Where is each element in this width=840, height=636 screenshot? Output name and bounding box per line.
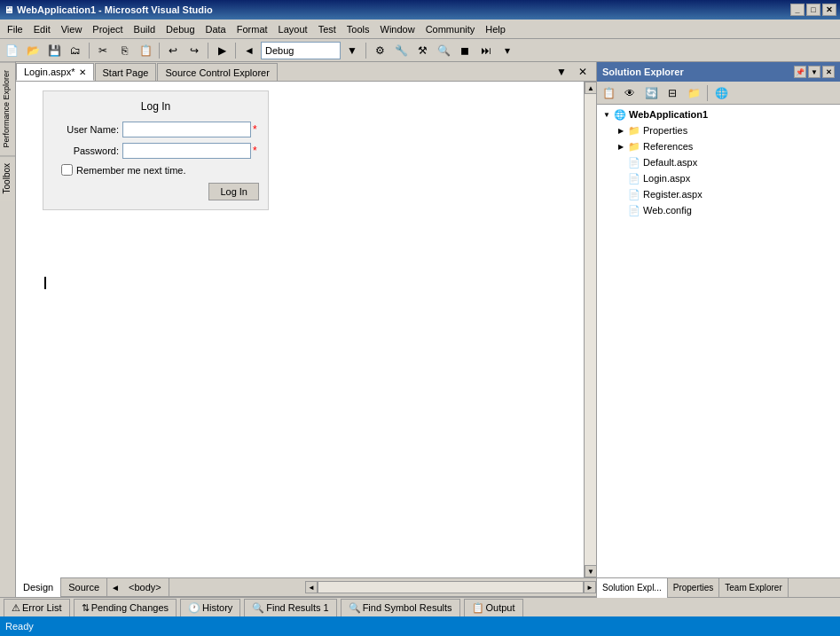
menu-project[interactable]: Project bbox=[87, 22, 128, 36]
output-tab-find-symbol-results[interactable]: 🔍 Find Symbol Results bbox=[341, 599, 460, 616]
se-refresh-button[interactable]: 🔄 bbox=[641, 84, 661, 102]
toolbar-btn-6[interactable]: ⏭ bbox=[476, 42, 496, 59]
se-show-all-button[interactable]: 👁 bbox=[620, 84, 640, 102]
login-form: Log In User Name: * Password: * bbox=[43, 90, 269, 210]
username-input[interactable] bbox=[122, 122, 251, 137]
redo-button[interactable]: ↪ bbox=[184, 42, 204, 59]
target-selector-left[interactable]: ◄ bbox=[239, 42, 259, 59]
solution-tree[interactable]: ▼ 🌐 WebApplication1 ▶ 📁 Properties ▶ 📁 R… bbox=[597, 105, 840, 577]
login-button[interactable]: Log In bbox=[208, 183, 259, 200]
menu-file[interactable]: File bbox=[2, 22, 28, 36]
tab-dropdown-button[interactable]: ▼ bbox=[552, 63, 571, 81]
right-tab-solution-explorer[interactable]: Solution Expl... bbox=[597, 578, 668, 598]
scroll-up-button[interactable]: ▲ bbox=[585, 82, 597, 94]
password-row: Password: * bbox=[52, 143, 259, 159]
cut-button[interactable]: ✂ bbox=[93, 42, 113, 59]
output-tab-history[interactable]: 🕐 History bbox=[180, 599, 240, 616]
remember-me-row: Remember me next time. bbox=[61, 164, 259, 176]
tree-expand-properties[interactable]: ▶ bbox=[615, 124, 627, 137]
toolbar-btn-4[interactable]: 🔍 bbox=[434, 42, 453, 59]
maximize-button[interactable]: □ bbox=[806, 4, 820, 16]
tab-login-aspx[interactable]: Login.aspx* ✕ bbox=[16, 63, 94, 81]
sidebar-performance-explorer[interactable]: Performance Explorer bbox=[0, 62, 15, 155]
design-tab[interactable]: Design bbox=[16, 577, 61, 597]
tab-start-page[interactable]: Start Page bbox=[95, 63, 157, 81]
menu-build[interactable]: Build bbox=[129, 22, 161, 36]
login-form-container: Log In User Name: * Password: * bbox=[43, 90, 269, 210]
menu-layout[interactable]: Layout bbox=[273, 22, 313, 36]
scroll-left-button[interactable]: ◄ bbox=[305, 581, 318, 593]
minimize-button[interactable]: _ bbox=[790, 4, 805, 16]
source-tab[interactable]: Source bbox=[61, 577, 107, 597]
password-input[interactable] bbox=[122, 143, 251, 159]
output-tab-pending-changes[interactable]: ⇅ Pending Changes bbox=[74, 599, 177, 616]
solution-explorer-pin[interactable]: 📌 bbox=[794, 66, 806, 78]
editor-scrollbar-vertical[interactable]: ▲ ▼ bbox=[584, 82, 596, 577]
scroll-left-btn[interactable]: ◄ bbox=[111, 583, 120, 593]
menu-data[interactable]: Data bbox=[200, 22, 232, 36]
se-new-folder-button[interactable]: 📁 bbox=[684, 84, 703, 102]
toolbar-btn-2[interactable]: 🔧 bbox=[391, 42, 411, 59]
close-button[interactable]: ✕ bbox=[822, 4, 836, 16]
tree-expand-root[interactable]: ▼ bbox=[601, 108, 613, 121]
play-button[interactable]: ▶ bbox=[212, 42, 232, 59]
scroll-down-button[interactable]: ▼ bbox=[585, 565, 597, 577]
toolbar-dropdown-arrow[interactable]: ▾ bbox=[498, 42, 517, 59]
body-tab[interactable]: <body> bbox=[122, 577, 169, 597]
scroll-track-vertical[interactable] bbox=[585, 94, 596, 565]
output-tab-output[interactable]: 📋 Output bbox=[464, 599, 523, 616]
se-toolbar-sep bbox=[707, 85, 708, 101]
tab-login-aspx-close[interactable]: ✕ bbox=[79, 67, 86, 77]
se-collapse-button[interactable]: ⊟ bbox=[663, 84, 682, 102]
menu-view[interactable]: View bbox=[56, 22, 88, 36]
toolbar-btn-5[interactable]: ◼ bbox=[455, 42, 475, 59]
save-button[interactable]: 💾 bbox=[44, 42, 64, 59]
menu-help[interactable]: Help bbox=[480, 22, 511, 36]
toolbar-separator-5 bbox=[365, 43, 366, 59]
remember-me-checkbox[interactable] bbox=[61, 164, 73, 176]
menu-community[interactable]: Community bbox=[420, 22, 481, 36]
tree-item-register-aspx[interactable]: ▶ 📄 Register.aspx bbox=[599, 186, 838, 202]
save-all-button[interactable]: 🗂 bbox=[66, 42, 85, 59]
right-tab-team-explorer-label: Team Explorer bbox=[725, 583, 781, 593]
se-web-button[interactable]: 🌐 bbox=[711, 84, 731, 102]
tree-label-references: References bbox=[643, 141, 693, 152]
menu-format[interactable]: Format bbox=[232, 22, 273, 36]
menu-tools[interactable]: Tools bbox=[341, 22, 375, 36]
se-properties-button[interactable]: 📋 bbox=[599, 84, 618, 102]
menu-debug[interactable]: Debug bbox=[161, 22, 200, 36]
tree-item-login-aspx[interactable]: ▶ 📄 Login.aspx bbox=[599, 170, 838, 186]
toolbar-btn-1[interactable]: ⚙ bbox=[370, 42, 389, 59]
menu-edit[interactable]: Edit bbox=[28, 22, 56, 36]
tab-login-aspx-label: Login.aspx* bbox=[24, 67, 75, 77]
solution-explorer-dropdown[interactable]: ▼ bbox=[808, 66, 820, 78]
undo-button[interactable]: ↩ bbox=[163, 42, 183, 59]
menu-window[interactable]: Window bbox=[375, 22, 420, 36]
right-tab-properties[interactable]: Properties bbox=[668, 578, 720, 598]
output-tab-error-list[interactable]: ⚠ Error List bbox=[4, 599, 70, 616]
paste-button[interactable]: 📋 bbox=[136, 42, 155, 59]
right-tab-team-explorer[interactable]: Team Explorer bbox=[719, 578, 788, 598]
menu-test[interactable]: Test bbox=[313, 22, 341, 36]
target-selector-right[interactable]: ▼ bbox=[342, 42, 362, 59]
copy-button[interactable]: ⎘ bbox=[114, 42, 134, 59]
tab-close-all-button[interactable]: ✕ bbox=[573, 63, 593, 81]
tab-source-control-explorer[interactable]: Source Control Explorer bbox=[157, 63, 277, 81]
open-file-button[interactable]: 📂 bbox=[23, 42, 43, 59]
tree-item-properties[interactable]: ▶ 📁 Properties bbox=[599, 122, 838, 138]
toolbar-btn-3[interactable]: ⚒ bbox=[412, 42, 432, 59]
tree-item-default-aspx[interactable]: ▶ 📄 Default.aspx bbox=[599, 154, 838, 170]
tree-item-web-config[interactable]: ▶ 📄 Web.config bbox=[599, 202, 838, 218]
debug-mode-dropdown[interactable]: Debug bbox=[261, 42, 341, 59]
scroll-right-button[interactable]: ► bbox=[584, 581, 596, 593]
tree-item-solution[interactable]: ▼ 🌐 WebApplication1 bbox=[599, 106, 838, 122]
tree-item-references[interactable]: ▶ 📁 References bbox=[599, 138, 838, 154]
solution-explorer-close[interactable]: ✕ bbox=[822, 66, 835, 78]
new-file-button[interactable]: 📄 bbox=[2, 42, 21, 59]
history-icon: 🕐 bbox=[188, 602, 200, 614]
tree-expand-references[interactable]: ▶ bbox=[615, 140, 627, 153]
sidebar-toolbox[interactable]: Toolbox bbox=[0, 155, 15, 200]
find-symbol-results-label: Find Symbol Results bbox=[363, 602, 452, 613]
source-tab-label: Source bbox=[68, 582, 99, 593]
output-tab-find-results-1[interactable]: 🔍 Find Results 1 bbox=[244, 599, 336, 616]
